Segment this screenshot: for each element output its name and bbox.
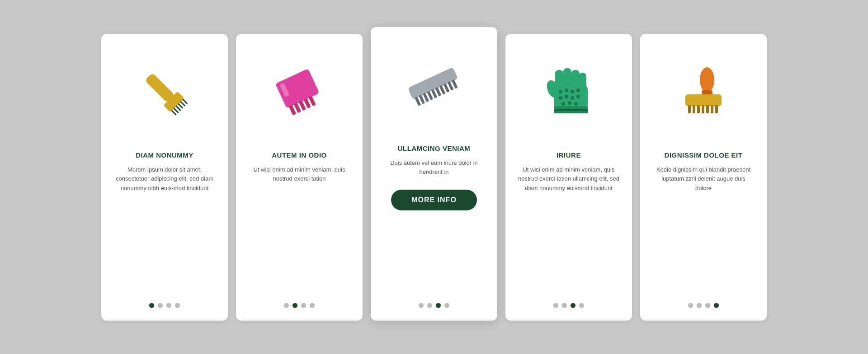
card-2-dots: [284, 298, 315, 308]
dot-4-3: [579, 303, 584, 308]
card-5-dots: [688, 298, 719, 308]
brush-angled-icon: [133, 61, 196, 124]
dot-4-2: [571, 303, 576, 308]
card-2-icon-area: [236, 34, 363, 151]
card-4-icon-area: [505, 34, 632, 151]
dot-5-3: [714, 303, 719, 308]
svg-line-2: [172, 111, 175, 114]
dot-2-0: [284, 303, 289, 308]
card-3-icon-area: [371, 27, 497, 144]
svg-rect-54: [715, 105, 718, 113]
dot-5-1: [697, 303, 702, 308]
grooming-glove-icon: [537, 61, 600, 124]
dot-4-0: [553, 303, 558, 308]
dot-1-3: [175, 303, 180, 308]
card-4: IRIURE Ut wisi enim ad minim veniam, qui…: [505, 34, 632, 321]
svg-point-33: [565, 88, 568, 92]
svg-line-4: [176, 106, 180, 110]
svg-point-45: [700, 67, 714, 93]
cards-container: DIAM NONUMMY Morem ipsum dolor sit amet,…: [74, 16, 794, 339]
svg-point-39: [576, 95, 580, 98]
more-info-button[interactable]: MORE INFO: [391, 190, 477, 210]
card-3: ULLAMCING VENIAM Duis autem vel eum iriu…: [371, 27, 497, 321]
comb-pink-icon: [268, 61, 331, 124]
svg-point-41: [568, 101, 571, 105]
card-4-dots: [553, 298, 584, 308]
svg-line-5: [179, 104, 182, 107]
dot-1-0: [149, 303, 154, 308]
card-1-text: Morem ipsum dolor sit amet, consectetuer…: [114, 165, 215, 193]
card-5-title: DIGNISSIM DOLOE EIT: [665, 151, 743, 159]
svg-point-37: [565, 95, 568, 98]
svg-rect-47: [685, 94, 722, 106]
card-3-dots: [419, 298, 449, 308]
svg-point-32: [559, 90, 562, 93]
card-1-title: DIAM NONUMMY: [136, 151, 193, 159]
svg-rect-48: [688, 105, 691, 113]
card-2-title: AUTEM IN ODIO: [272, 151, 327, 159]
svg-point-36: [559, 96, 562, 100]
card-1: DIAM NONUMMY Morem ipsum dolor sit amet,…: [101, 34, 228, 321]
svg-rect-49: [693, 105, 695, 113]
dot-3-3: [444, 303, 449, 308]
comb-handle-icon: [672, 61, 735, 124]
dot-5-0: [688, 303, 693, 308]
card-5-icon-area: [640, 34, 767, 151]
card-5-text: Kodio dignissim qui blandit praesent lup…: [653, 165, 754, 193]
card-2-text: Ut wisi enim ad minim veniam, quis nostr…: [249, 165, 350, 184]
svg-rect-44: [554, 109, 588, 111]
svg-rect-52: [706, 105, 709, 113]
card-4-text: Ut wisi enim ad minim veniam, quis nostr…: [518, 165, 619, 193]
svg-rect-0: [145, 73, 175, 102]
svg-line-7: [183, 99, 187, 103]
dot-5-2: [705, 303, 710, 308]
dot-1-1: [158, 303, 163, 308]
dot-2-2: [301, 303, 306, 308]
card-4-content: IRIURE Ut wisi enim ad minim veniam, qui…: [505, 151, 632, 308]
svg-rect-53: [711, 105, 713, 113]
dot-2-3: [310, 303, 315, 308]
card-2-content: AUTEM IN ODIO Ut wisi enim ad minim veni…: [236, 151, 363, 308]
card-4-title: IRIURE: [557, 151, 581, 159]
svg-point-35: [576, 88, 580, 92]
card-1-content: DIAM NONUMMY Morem ipsum dolor sit amet,…: [101, 151, 228, 308]
svg-rect-50: [697, 105, 700, 113]
dot-2-1: [292, 303, 297, 308]
svg-point-38: [571, 96, 574, 100]
card-2: AUTEM IN ODIO Ut wisi enim ad minim veni…: [236, 34, 363, 321]
svg-rect-51: [702, 105, 704, 113]
card-1-dots: [149, 298, 180, 308]
card-1-icon-area: [101, 34, 228, 151]
dot-1-2: [166, 303, 171, 308]
svg-point-34: [571, 90, 574, 93]
svg-point-42: [574, 102, 578, 106]
card-3-title: ULLAMCING VENIAM: [398, 144, 471, 152]
dot-3-2: [436, 303, 441, 308]
dot-4-1: [562, 303, 567, 308]
svg-point-40: [561, 102, 565, 106]
svg-line-6: [181, 102, 184, 105]
dot-3-0: [419, 303, 424, 308]
svg-line-3: [174, 108, 178, 112]
card-3-content: ULLAMCING VENIAM Duis autem vel eum iriu…: [371, 144, 497, 308]
card-5: DIGNISSIM DOLOE EIT Kodio dignissim qui …: [640, 34, 767, 321]
card-3-text: Duis autem vel eum iriure dolor in hendr…: [383, 158, 485, 177]
card-5-content: DIGNISSIM DOLOE EIT Kodio dignissim qui …: [640, 151, 767, 308]
dot-3-1: [427, 303, 432, 308]
comb-flat-icon: [402, 54, 466, 117]
